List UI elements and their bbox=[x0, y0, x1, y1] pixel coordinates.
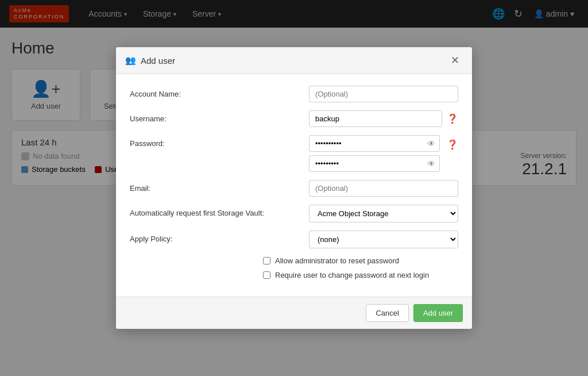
password-input[interactable] bbox=[309, 135, 440, 152]
account-name-label: Account Name: bbox=[130, 86, 302, 98]
modal-overlay: 👥 Add user ✕ Account Name: Username: ❓ bbox=[0, 0, 588, 186]
modal-title-icon: 👥 bbox=[125, 55, 136, 66]
account-name-field bbox=[309, 86, 458, 102]
password-label: Password: bbox=[130, 135, 302, 148]
password-eye-icon[interactable]: 👁 bbox=[427, 139, 435, 148]
username-field: ❓ bbox=[309, 110, 458, 127]
email-field bbox=[309, 180, 458, 186]
account-name-input[interactable] bbox=[309, 86, 458, 102]
modal-title: 👥 Add user bbox=[125, 55, 175, 66]
confirm-password-eye-icon[interactable]: 👁 bbox=[427, 159, 435, 168]
password-input-wrapper: 👁 bbox=[309, 135, 440, 152]
modal-close-button[interactable]: ✕ bbox=[447, 54, 463, 67]
password-help-icon[interactable]: ❓ bbox=[447, 135, 458, 150]
email-row: Email: bbox=[130, 180, 458, 186]
account-name-row: Account Name: bbox=[130, 86, 458, 102]
username-help-icon[interactable]: ❓ bbox=[447, 113, 458, 124]
username-row: Username: ❓ bbox=[130, 110, 458, 127]
username-label: Username: bbox=[130, 110, 302, 123]
email-input[interactable] bbox=[309, 180, 458, 186]
confirm-password-input-wrapper: 👁 bbox=[309, 155, 440, 172]
password-fields: 👁 👁 bbox=[309, 135, 440, 172]
password-row: Password: 👁 👁 ❓ bbox=[130, 135, 458, 172]
modal-header: 👥 Add user ✕ bbox=[116, 47, 472, 74]
username-input[interactable] bbox=[309, 110, 442, 127]
confirm-password-input[interactable] bbox=[309, 155, 440, 172]
modal-body: Account Name: Username: ❓ Password: bbox=[116, 74, 472, 186]
email-label: Email: bbox=[130, 180, 302, 186]
add-user-modal: 👥 Add user ✕ Account Name: Username: ❓ bbox=[116, 47, 472, 186]
